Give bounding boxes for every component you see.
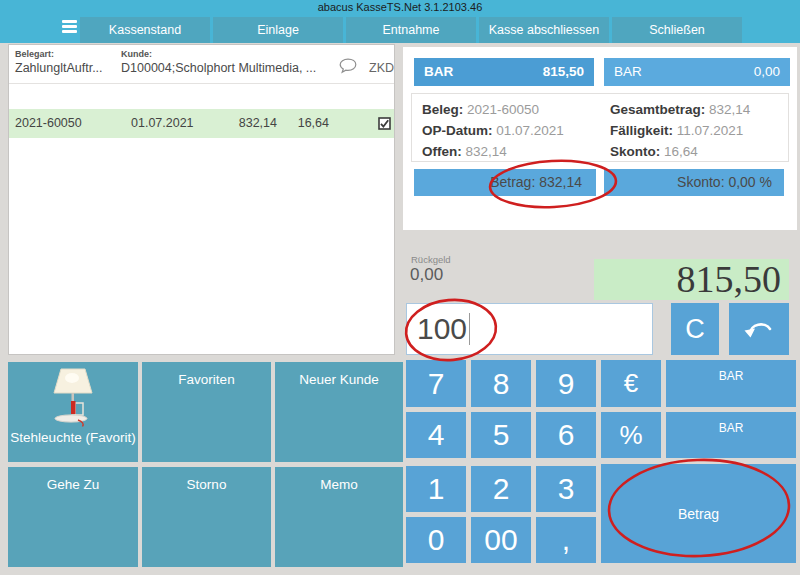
numpad-key-9[interactable]: 9: [536, 360, 596, 407]
info-value: 2021-60050: [467, 102, 539, 117]
numpad-key-3[interactable]: 3: [536, 466, 596, 512]
shortcut-gehe-zu-button[interactable]: Gehe Zu: [8, 467, 138, 567]
info-value: 16,64: [664, 144, 698, 159]
info-op-datum: OP-Datum: 01.07.2021: [422, 120, 564, 141]
amount-input-value: 100: [417, 312, 467, 346]
menu-button-einlage[interactable]: Einlage: [213, 17, 343, 43]
clear-button[interactable]: C: [671, 303, 719, 355]
bar-payment-button-bottom[interactable]: BAR: [666, 412, 796, 458]
text-cursor: [469, 313, 470, 345]
shortcut-memo-button[interactable]: Memo: [275, 467, 403, 567]
info-label: Beleg:: [422, 102, 463, 117]
row-beleg: 2021-60050: [15, 116, 82, 130]
numpad-key-euro[interactable]: €: [601, 360, 661, 407]
shortcut-label: Gehe Zu: [8, 467, 138, 492]
payment-card: BAR 815,50 BAR 0,00 Beleg: 2021-60050 OP…: [403, 47, 797, 230]
shortcut-label: Neuer Kunde: [275, 362, 403, 387]
menu-button-kasse-abschliessen[interactable]: Kasse abschliessen: [479, 17, 609, 43]
document-row[interactable]: 2021-60050 01.07.2021 832,14 16,64: [9, 109, 394, 138]
row-datum: 01.07.2021: [131, 116, 194, 130]
header-bar: abacus KasseTS.Net 3.1.2103.46 Kassensta…: [0, 0, 800, 43]
info-beleg: Beleg: 2021-60050: [422, 99, 564, 120]
numpad-key-1[interactable]: 1: [406, 466, 466, 512]
row-skonto: 16,64: [293, 116, 329, 130]
pos-app-window: abacus KasseTS.Net 3.1.2103.46 Kassensta…: [0, 0, 800, 575]
shortcut-storno-button[interactable]: Storno: [142, 467, 271, 567]
invoice-info-box: Beleg: 2021-60050 OP-Datum: 01.07.2021 O…: [411, 93, 789, 162]
shortcut-favoriten-button[interactable]: Favoriten: [142, 362, 271, 462]
zkd-badge: ZKD: [369, 61, 394, 75]
numpad-key-00[interactable]: 00: [471, 517, 531, 563]
info-label: Skonto:: [610, 144, 660, 159]
numpad-key-7[interactable]: 7: [406, 360, 466, 407]
tab-amount: 0,00: [754, 64, 780, 79]
rueckgeld-label: Rückgeld: [411, 254, 451, 265]
tab-amount: 815,50: [543, 64, 584, 79]
row-checkbox-icon[interactable]: [378, 117, 391, 133]
info-value: 832,14: [466, 144, 507, 159]
info-faelligkeit: Fälligkeit: 11.07.2021: [610, 120, 750, 141]
info-gesamtbetrag: Gesamtbetrag: 832,14: [610, 99, 750, 120]
kunde-value: D100004;Scholphort Multimedia, ...: [121, 61, 316, 75]
numpad-key-6[interactable]: 6: [536, 412, 596, 458]
info-value: 01.07.2021: [496, 123, 564, 138]
numpad-key-5[interactable]: 5: [471, 412, 531, 458]
numpad-key-8[interactable]: 8: [471, 360, 531, 407]
info-value: 11.07.2021: [677, 123, 744, 138]
rueckgeld-value: 0,00: [410, 265, 443, 285]
tab-label: BAR: [614, 64, 642, 79]
shortcut-neuer-kunde-button[interactable]: Neuer Kunde: [275, 362, 403, 462]
numpad-key-2[interactable]: 2: [471, 466, 531, 512]
shortcut-label: Storno: [142, 467, 271, 492]
bar-payment-button-top[interactable]: BAR: [666, 360, 796, 407]
shortcut-label: Memo: [275, 467, 403, 492]
amount-input[interactable]: 100: [406, 303, 653, 355]
betrag-bar[interactable]: Betrag: 832,14: [414, 169, 596, 196]
undo-arrow-icon: [743, 316, 775, 342]
belegart-label: Belegart:: [15, 49, 54, 59]
kunde-label: Kunde:: [121, 49, 152, 59]
document-list-panel: Belegart: ZahlungltAuftr... Kunde: D1000…: [8, 44, 395, 355]
info-label: OP-Datum:: [422, 123, 493, 138]
tab-label: BAR: [424, 64, 453, 79]
amount-due-display: 815,50: [594, 259, 789, 300]
shortcut-stehleuchte-button[interactable]: Stehleuchte (Favorit): [8, 362, 138, 462]
window-title: abacus KasseTS.Net 3.1.2103.46: [0, 0, 800, 15]
info-label: Offen:: [422, 144, 462, 159]
shortcut-label: Favoriten: [142, 362, 271, 387]
payment-tab-bar-idle[interactable]: BAR 0,00: [604, 58, 790, 86]
info-offen: Offen: 832,14: [422, 141, 564, 162]
payment-tab-bar-active[interactable]: BAR 815,50: [414, 58, 594, 86]
menu-button-entnahme[interactable]: Entnahme: [346, 17, 476, 43]
row-betrag: 832,14: [237, 116, 277, 130]
info-label: Fälligkeit:: [610, 123, 673, 138]
undo-button[interactable]: [729, 303, 789, 355]
info-label: Gesamtbetrag:: [610, 102, 705, 117]
list-separator: [9, 83, 394, 84]
menu-button-schliessen[interactable]: Schließen: [612, 17, 742, 43]
info-value: 832,14: [709, 102, 750, 117]
betrag-button[interactable]: Betrag: [601, 464, 796, 563]
numpad-key-percent[interactable]: %: [601, 412, 661, 458]
numpad-key-4[interactable]: 4: [406, 412, 466, 458]
belegart-value: ZahlungltAuftr...: [15, 61, 103, 75]
lamp-image-icon: [47, 367, 99, 427]
skonto-bar[interactable]: Skonto: 0,00 %: [604, 169, 784, 196]
menu-button-kassenstand[interactable]: Kassenstand: [80, 17, 210, 43]
comment-bubble-icon[interactable]: [339, 58, 357, 78]
numpad-key-0[interactable]: 0: [406, 517, 466, 563]
numpad-key-comma[interactable]: ,: [536, 517, 596, 563]
shortcut-label: Stehleuchte (Favorit): [8, 430, 138, 445]
info-skonto: Skonto: 16,64: [610, 141, 750, 162]
hamburger-menu-icon[interactable]: [62, 20, 77, 34]
